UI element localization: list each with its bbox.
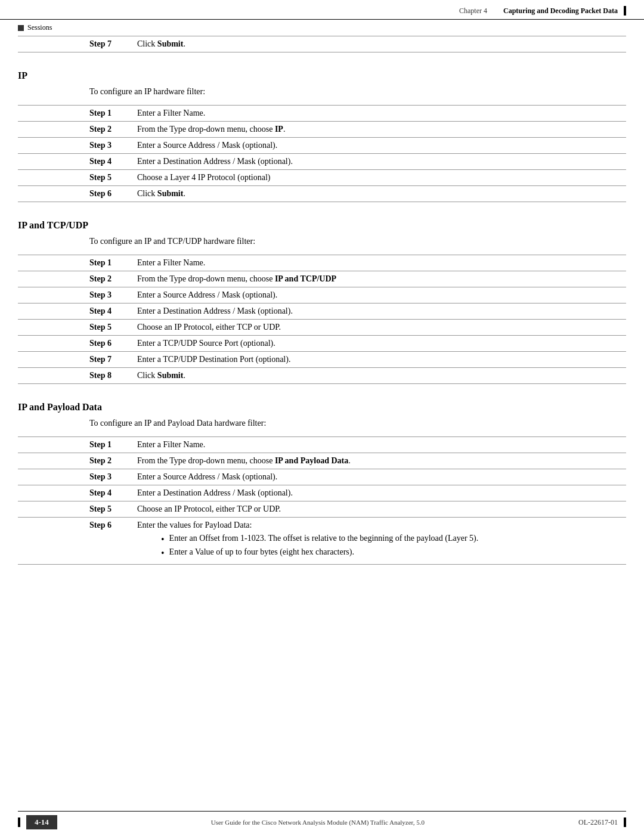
table-row: Step 4 Enter a Destination Address / Mas… [18,154,626,170]
step-label: Step 2 [18,453,137,469]
step-content: Enter a Destination Address / Mask (opti… [137,304,626,320]
ip-heading: IP [18,70,626,81]
step-label: Step 2 [18,271,137,287]
step-content: Enter a Filter Name. [137,437,626,453]
footer-left: 4-14 [18,815,57,829]
table-row: Step 2 From the Type drop-down menu, cho… [18,122,626,138]
step-content: Enter a Source Address / Mask (optional)… [137,469,626,485]
table-row: Step 3 Enter a Source Address / Mask (op… [18,138,626,154]
step-content: From the Type drop-down menu, choose IP … [137,453,626,469]
ip-bold: IP [275,125,283,134]
footer-center-text: User Guide for the Cisco Network Analysi… [57,819,578,826]
list-item: Enter a Value of up to four bytes (eight… [161,547,620,559]
step-label: Step 3 [18,469,137,485]
step-label: Step 7 [18,352,137,368]
ip-payload-heading: IP and Payload Data [18,402,626,413]
page-header: Chapter 4 Capturing and Decoding Packet … [0,0,644,20]
ip-payload-bold: IP and Payload Data [275,456,348,465]
footer-bar-left-icon [18,817,20,827]
ip-payload-steps-table: Step 1 Enter a Filter Name. Step 2 From … [18,436,626,565]
step-label: Step 4 [18,154,137,170]
table-row: Step 2 From the Type drop-down menu, cho… [18,271,626,287]
table-row: Step 8 Click Submit. [18,368,626,384]
footer-content: 4-14 User Guide for the Cisco Network An… [0,812,644,833]
step-content: Enter a TCP/UDP Destination Port (option… [137,352,626,368]
step-content: Choose an IP Protocol, either TCP or UDP… [137,501,626,518]
step-label: Step 1 [18,437,137,453]
table-row: Step 3 Enter a Source Address / Mask (op… [18,287,626,304]
step-label: Step 5 [18,170,137,186]
page-number: 4-14 [26,815,57,829]
step-content: Enter a TCP/UDP Source Port (optional). [137,336,626,352]
ip-payload-intro: To configure an IP and Payload Data hard… [89,419,626,428]
table-row: Step 5 Choose a Layer 4 IP Protocol (opt… [18,170,626,186]
step-label: Step 8 [18,368,137,384]
step-label: Step 4 [18,304,137,320]
main-content: Step 7 Click Submit. IP To configure an … [0,36,644,565]
table-row: Step 4 Enter a Destination Address / Mas… [18,304,626,320]
step-label: Step 5 [18,501,137,518]
submit-bold: Submit [157,189,184,198]
step7-table: Step 7 Click Submit. [18,36,626,52]
footer-bar-right-icon [624,817,626,827]
table-row: Step 7 Enter a TCP/UDP Destination Port … [18,352,626,368]
table-row: Step 5 Choose an IP Protocol, either TCP… [18,320,626,336]
list-item: Enter an Offset from 1-1023. The offset … [161,534,620,545]
sessions-icon [18,25,24,31]
step-label: Step 7 [18,36,137,52]
table-row: Step 6 Click Submit. [18,186,626,202]
step-label: Step 5 [18,320,137,336]
breadcrumb: Sessions [0,20,644,36]
ip-section: IP To configure an IP hardware filter: S… [18,70,626,202]
step-label: Step 1 [18,255,137,271]
step-label: Step 6 [18,336,137,352]
step-content: Enter the values for Payload Data: Enter… [137,518,626,565]
ip-tcp-udp-intro: To configure an IP and TCP/UDP hardware … [89,237,626,246]
header-title: Capturing and Decoding Packet Data [503,7,618,16]
table-row: Step 6 Enter a TCP/UDP Source Port (opti… [18,336,626,352]
step-label: Step 2 [18,122,137,138]
step-content: From the Type drop-down menu, choose IP. [137,122,626,138]
step-content: Click Submit. [137,368,626,384]
ip-tcp-udp-bold: IP and TCP/UDP [275,274,336,283]
ip-intro: To configure an IP hardware filter: [89,87,626,97]
step-label: Step 3 [18,138,137,154]
table-row: Step 7 Click Submit. [18,36,626,52]
table-row: Step 2 From the Type drop-down menu, cho… [18,453,626,469]
step-label: Step 1 [18,106,137,122]
step-content: Enter a Source Address / Mask (optional)… [137,138,626,154]
ip-tcp-udp-section: IP and TCP/UDP To configure an IP and TC… [18,220,626,384]
step-content: From the Type drop-down menu, choose IP … [137,271,626,287]
table-row: Step 3 Enter a Source Address / Mask (op… [18,469,626,485]
table-row: Step 5 Choose an IP Protocol, either TCP… [18,501,626,518]
step-content: Click Submit. [137,186,626,202]
footer-ol-number: OL-22617-01 [578,818,618,827]
payload-bullet-list: Enter an Offset from 1-1023. The offset … [161,534,620,559]
ip-tcp-udp-steps-table: Step 1 Enter a Filter Name. Step 2 From … [18,255,626,384]
ip-steps-table: Step 1 Enter a Filter Name. Step 2 From … [18,105,626,202]
submit-bold: Submit [157,371,184,380]
ip-tcp-udp-heading: IP and TCP/UDP [18,220,626,231]
step-content: Click Submit. [137,36,626,52]
table-row: Step 1 Enter a Filter Name. [18,255,626,271]
table-row: Step 6 Enter the values for Payload Data… [18,518,626,565]
sessions-label: Sessions [27,23,52,32]
header-bar-icon [624,6,626,16]
step-content: Enter a Destination Address / Mask (opti… [137,154,626,170]
table-row: Step 1 Enter a Filter Name. [18,106,626,122]
step-label: Step 6 [18,186,137,202]
footer-right: OL-22617-01 [578,817,626,827]
step-label: Step 3 [18,287,137,304]
ip-payload-section: IP and Payload Data To configure an IP a… [18,402,626,565]
step-content: Enter a Filter Name. [137,106,626,122]
step-label: Step 6 [18,518,137,565]
step-content: Choose a Layer 4 IP Protocol (optional) [137,170,626,186]
page-footer: 4-14 User Guide for the Cisco Network An… [0,811,644,833]
step7-section: Step 7 Click Submit. [18,36,626,52]
step-content: Enter a Destination Address / Mask (opti… [137,485,626,501]
step-content: Choose an IP Protocol, either TCP or UDP… [137,320,626,336]
table-row: Step 4 Enter a Destination Address / Mas… [18,485,626,501]
header-chapter: Chapter 4 [459,7,487,16]
step-label: Step 4 [18,485,137,501]
step-content: Enter a Source Address / Mask (optional)… [137,287,626,304]
